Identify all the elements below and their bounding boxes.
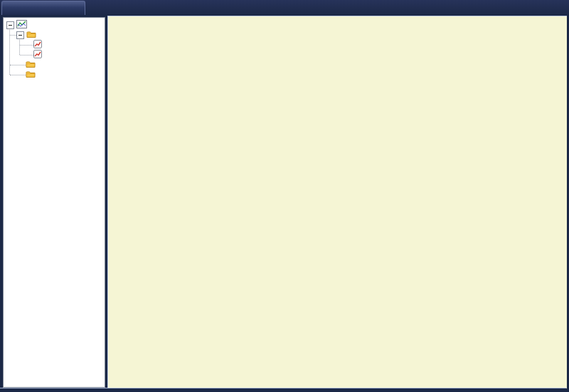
folder-icon: [26, 60, 36, 70]
app-window: { "tab_bar": { "tabs": [ { "label": "Dia…: [0, 0, 569, 392]
collapse-minus-icon[interactable]: [6, 21, 14, 29]
collapse-minus-icon[interactable]: [16, 31, 24, 39]
tree-item-diagramm[interactable]: [4, 20, 105, 30]
chart-panel: [107, 16, 567, 388]
tree-item-vario-series[interactable]: [4, 50, 105, 60]
tree-item-hoehe-series[interactable]: [4, 40, 105, 50]
sidebar-tree-panel: [3, 17, 105, 388]
series-icon: [33, 50, 42, 60]
folder-icon: [26, 31, 36, 40]
tree: [4, 18, 105, 387]
bottom-separator: [0, 388, 566, 388]
diagram-icon: [16, 20, 27, 30]
chart-plot[interactable]: [108, 16, 567, 388]
tree-item-verknuepfte-achsen[interactable]: [4, 60, 105, 70]
folder-icon: [26, 70, 36, 80]
tab-diagramm[interactable]: [1, 1, 85, 15]
tab-bar: [0, 0, 569, 16]
tree-item-marker[interactable]: [4, 70, 105, 80]
series-icon: [33, 40, 42, 50]
tree-item-datenreihen[interactable]: [4, 30, 105, 40]
